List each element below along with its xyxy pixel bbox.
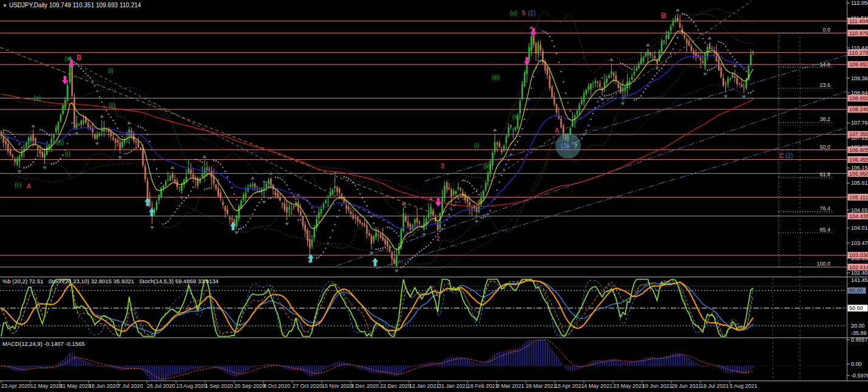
psar-dot	[131, 150, 132, 151]
fractal-down	[655, 67, 659, 70]
candle-body	[578, 105, 580, 111]
candle-body	[97, 135, 98, 139]
stoch-axis[interactable]: 141.45-35.8920.0080.0050.50	[848, 277, 868, 336]
date-label: 3 Dec 2020	[351, 383, 379, 389]
psar-dot	[90, 77, 91, 78]
candle-body	[661, 41, 663, 53]
date-label: 31 May 2020	[59, 383, 91, 389]
candle-body	[670, 27, 672, 31]
candle-body	[103, 127, 105, 131]
psar-dot	[296, 199, 297, 200]
date-label: 23 May 2021	[613, 383, 645, 389]
psar-dot	[520, 136, 521, 137]
candle-body	[439, 213, 441, 229]
candle-body	[222, 202, 224, 205]
candle-body	[10, 150, 12, 155]
candle-body	[396, 254, 398, 266]
candle-body	[5, 141, 7, 145]
psar-dot	[316, 258, 317, 259]
psar-dot	[476, 191, 477, 192]
psar-dot	[627, 66, 628, 67]
candle-body	[634, 72, 636, 75]
psar-dot	[297, 219, 299, 221]
candle-body	[631, 77, 633, 80]
psar-dot	[590, 119, 591, 120]
psar-dot	[472, 185, 473, 187]
psar-dot	[599, 96, 600, 97]
candle-body	[135, 141, 137, 143]
psar-dot	[192, 187, 194, 188]
date-label: 31 Jan 2021	[438, 383, 469, 389]
candle-body	[190, 169, 192, 174]
date-axis[interactable]: 23 Apr 202012 May 202031 May 202018 Jun …	[1, 381, 758, 389]
psar-dot	[149, 141, 151, 142]
fib-level-label: 61.8	[819, 171, 830, 177]
candle-body	[254, 184, 256, 187]
candle-body	[245, 193, 247, 197]
psar-dot	[85, 73, 86, 74]
psar-dot	[165, 222, 166, 224]
stoch-axis-label: 141.45	[851, 277, 868, 283]
fractal-up	[269, 171, 273, 174]
psar-dot	[691, 19, 692, 20]
sell-arrow-icon	[62, 76, 68, 84]
candle-body	[683, 35, 685, 38]
candle-body	[622, 88, 624, 92]
wave-label: (a)	[33, 95, 41, 101]
elliott-wave-labels: (c)B(a)(i)(ii)(b)(i)(c)A1234(i)(ii)(iii)…	[15, 10, 793, 242]
psar-dot	[469, 183, 470, 184]
chart-canvas[interactable]: 0.014.623.638.250.061.876.485.4100.0(2)?…	[0, 0, 868, 392]
psar-dot	[473, 188, 475, 190]
psar-dot	[172, 215, 173, 216]
psar-dot	[554, 46, 555, 47]
symbol-dropdown-icon[interactable]: ▼	[2, 3, 7, 9]
candle-body	[354, 217, 356, 218]
candle-body	[265, 184, 267, 187]
psar-dot	[273, 196, 274, 198]
psar-dot	[515, 145, 516, 146]
wave-label: 2	[436, 235, 440, 242]
candle-body	[115, 139, 117, 143]
psar-dot	[414, 255, 415, 256]
fractal-up	[609, 58, 614, 61]
wave-label: (iii)	[492, 74, 500, 81]
candle-body	[174, 179, 176, 182]
candle-body	[215, 185, 217, 189]
macd-axis-label: -0.5978	[851, 373, 868, 379]
macd-axis[interactable]: 0.95570.00-0.5978	[847, 337, 868, 379]
psar-dot	[195, 159, 196, 160]
candle-body	[588, 86, 589, 90]
date-label: 7 Jul 2020	[118, 383, 143, 389]
trendline	[425, 55, 847, 181]
psar-dot	[512, 149, 514, 150]
candle-body	[362, 223, 364, 225]
psar-dot	[407, 261, 409, 263]
panel-separators	[0, 0, 868, 382]
psar-dot	[661, 68, 662, 69]
candle-body	[387, 241, 388, 247]
candle-body	[28, 138, 30, 144]
candle-body	[485, 184, 487, 190]
fractal-down	[42, 167, 47, 170]
psar-dot	[631, 69, 632, 70]
candle-body	[67, 85, 69, 101]
terminal-chart-window: 0.014.623.638.250.061.876.485.4100.0(2)?…	[0, 0, 868, 392]
psar-dot	[44, 131, 45, 132]
candle-body	[446, 182, 448, 190]
ma-fast	[1, 31, 753, 250]
psar-dot	[215, 160, 217, 162]
fractal-up	[493, 128, 497, 131]
candle-body	[483, 191, 484, 198]
psar-dot	[138, 126, 139, 127]
price-axis[interactable]: 112.050111.510110.445109.365108.840107.7…	[847, 0, 868, 276]
psar-dot	[428, 244, 429, 246]
candle-body	[640, 58, 642, 64]
candle-body	[647, 50, 649, 55]
date-label: 22 Dec 2020	[380, 383, 411, 389]
candle-body	[638, 64, 640, 68]
psar-dot	[35, 159, 36, 160]
candle-body	[30, 137, 32, 142]
candle-body	[192, 174, 194, 177]
candle-body	[217, 188, 219, 196]
fractal-down	[234, 232, 239, 235]
